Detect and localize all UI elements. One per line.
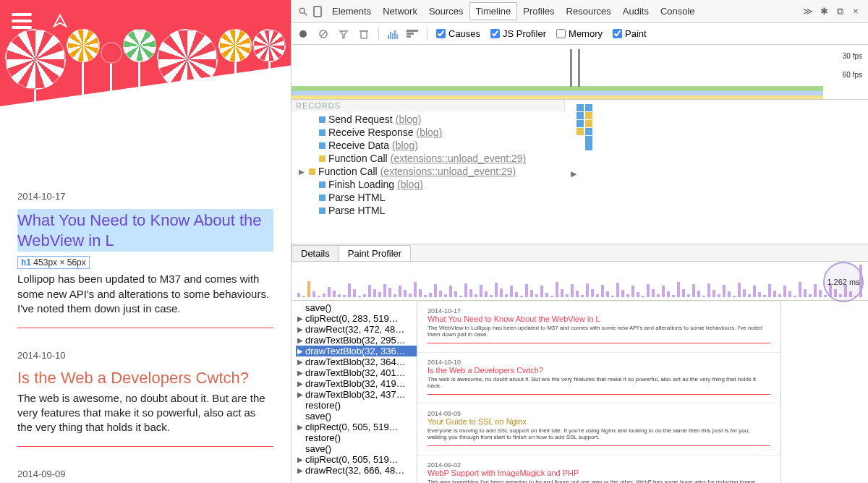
paint-call-row[interactable]: ▶clipRect(0, 283, 519… bbox=[296, 313, 417, 324]
menu-icon[interactable] bbox=[12, 13, 32, 29]
hist-bar[interactable] bbox=[535, 294, 538, 297]
hist-bar[interactable] bbox=[788, 291, 791, 297]
hist-bar[interactable] bbox=[545, 293, 548, 297]
dock-icon[interactable]: ⧉ bbox=[833, 6, 846, 17]
hist-bar[interactable] bbox=[495, 283, 498, 297]
hist-bar[interactable] bbox=[469, 289, 472, 297]
hist-bar[interactable] bbox=[556, 282, 558, 297]
hist-bar[interactable] bbox=[302, 296, 305, 297]
hist-bar[interactable] bbox=[566, 294, 569, 297]
hist-bar[interactable] bbox=[307, 281, 310, 297]
hist-bar[interactable] bbox=[373, 289, 376, 297]
hist-bar[interactable] bbox=[733, 296, 736, 297]
hist-bar[interactable] bbox=[768, 284, 771, 297]
hist-bar[interactable] bbox=[667, 291, 670, 297]
hist-bar[interactable] bbox=[480, 285, 482, 297]
hist-bar[interactable] bbox=[672, 295, 675, 297]
checkbox-js-profiler[interactable]: JS Profiler bbox=[490, 28, 546, 39]
hist-bar[interactable] bbox=[500, 288, 503, 297]
hist-bar[interactable] bbox=[419, 289, 422, 297]
hist-bar[interactable] bbox=[596, 294, 599, 297]
hist-bar[interactable] bbox=[449, 286, 452, 297]
hist-bar[interactable] bbox=[657, 294, 660, 297]
hist-bar[interactable] bbox=[809, 294, 812, 297]
hist-bar[interactable] bbox=[637, 292, 639, 297]
paint-call-row[interactable]: ▶drawTextBlob(32, 419… bbox=[296, 378, 417, 389]
paint-call-row[interactable]: save() bbox=[296, 411, 417, 422]
hist-bar[interactable] bbox=[409, 294, 412, 297]
hist-bar[interactable] bbox=[348, 283, 351, 297]
record-row[interactable]: Receive Response (blog) bbox=[296, 126, 565, 139]
hist-bar[interactable] bbox=[399, 286, 401, 297]
hist-bar[interactable] bbox=[723, 285, 726, 297]
tab-sources[interactable]: Sources bbox=[423, 3, 469, 20]
hist-bar[interactable] bbox=[631, 286, 634, 297]
record-row[interactable]: Parse HTML bbox=[296, 191, 565, 204]
hist-bar[interactable] bbox=[515, 292, 518, 297]
hist-bar[interactable] bbox=[550, 296, 553, 297]
garbage-icon[interactable] bbox=[358, 28, 370, 40]
hist-bar[interactable] bbox=[485, 291, 488, 297]
hist-bar[interactable] bbox=[439, 291, 442, 297]
hist-bar[interactable] bbox=[748, 294, 751, 297]
hist-bar[interactable] bbox=[662, 286, 665, 297]
hist-bar[interactable] bbox=[743, 289, 746, 297]
clear-icon[interactable] bbox=[318, 28, 329, 40]
tab-resources[interactable]: Resources bbox=[561, 3, 617, 20]
hist-bar[interactable] bbox=[738, 283, 741, 297]
hist-bar[interactable] bbox=[297, 293, 300, 297]
record-icon[interactable] bbox=[297, 28, 309, 40]
hist-bar[interactable] bbox=[642, 296, 644, 297]
hist-bar[interactable] bbox=[773, 291, 776, 297]
paint-call-row[interactable]: save() bbox=[296, 443, 417, 454]
hist-bar[interactable] bbox=[778, 294, 781, 297]
tab-paint-profiler[interactable]: Paint Profiler bbox=[339, 245, 411, 261]
hist-bar[interactable] bbox=[707, 283, 710, 297]
hist-bar[interactable] bbox=[510, 286, 513, 297]
hist-bar[interactable] bbox=[459, 296, 462, 297]
hist-bar[interactable] bbox=[404, 290, 407, 297]
hist-bar[interactable] bbox=[819, 290, 822, 297]
hist-bar[interactable] bbox=[530, 290, 533, 297]
hist-bar[interactable] bbox=[576, 291, 579, 297]
hist-bar[interactable] bbox=[318, 296, 320, 297]
paint-call-list[interactable]: save()▶clipRect(0, 283, 519…▶drawRect(32… bbox=[292, 301, 417, 483]
hist-bar[interactable] bbox=[323, 294, 326, 297]
record-row[interactable]: Send Request (blog) bbox=[296, 113, 565, 126]
tab-timeline[interactable]: Timeline bbox=[469, 2, 518, 20]
hist-bar[interactable] bbox=[490, 295, 493, 297]
paint-call-row[interactable]: ▶drawTextBlob(32, 401… bbox=[296, 367, 417, 378]
record-row[interactable]: Finish Loading (blog) bbox=[296, 178, 565, 191]
tab-elements[interactable]: Elements bbox=[326, 3, 377, 20]
hist-bar[interactable] bbox=[424, 295, 427, 297]
paint-call-row[interactable]: ▶drawTextBlob(32, 336… bbox=[296, 346, 417, 356]
paint-call-row[interactable]: restore() bbox=[296, 432, 417, 443]
hist-bar[interactable] bbox=[338, 294, 341, 297]
hist-bar[interactable] bbox=[793, 296, 796, 297]
hist-bar[interactable] bbox=[586, 283, 589, 297]
flamechart[interactable]: ▶ bbox=[565, 100, 868, 244]
tab-audits[interactable]: Audits bbox=[617, 3, 655, 20]
record-row[interactable]: Function Call (extensions::unload_event:… bbox=[296, 152, 565, 165]
hist-bar[interactable] bbox=[312, 291, 315, 297]
hist-bar[interactable] bbox=[621, 290, 624, 297]
filter-icon[interactable] bbox=[338, 28, 349, 40]
hist-bar[interactable] bbox=[606, 291, 609, 297]
hist-bar[interactable] bbox=[611, 296, 614, 297]
hist-bar[interactable] bbox=[505, 294, 508, 297]
hist-bar[interactable] bbox=[763, 295, 766, 297]
hist-bar[interactable] bbox=[475, 294, 477, 297]
hist-bar[interactable] bbox=[520, 296, 523, 297]
hist-bar[interactable] bbox=[444, 294, 447, 297]
hist-bar[interactable] bbox=[540, 286, 543, 297]
hist-bar[interactable] bbox=[368, 285, 371, 297]
hist-bar[interactable] bbox=[758, 292, 761, 297]
close-icon[interactable]: × bbox=[849, 6, 862, 17]
view-bars-icon[interactable] bbox=[388, 29, 398, 39]
paint-call-row[interactable]: ▶drawTextBlob(32, 437… bbox=[296, 389, 417, 400]
paint-call-row[interactable]: ▶drawRect(32, 472, 48… bbox=[296, 324, 417, 335]
paint-call-row[interactable]: save() bbox=[296, 302, 417, 313]
paint-call-row[interactable]: restore() bbox=[296, 400, 417, 411]
hist-bar[interactable] bbox=[799, 282, 801, 297]
paint-histogram[interactable]: 1.262 ms bbox=[292, 262, 868, 301]
